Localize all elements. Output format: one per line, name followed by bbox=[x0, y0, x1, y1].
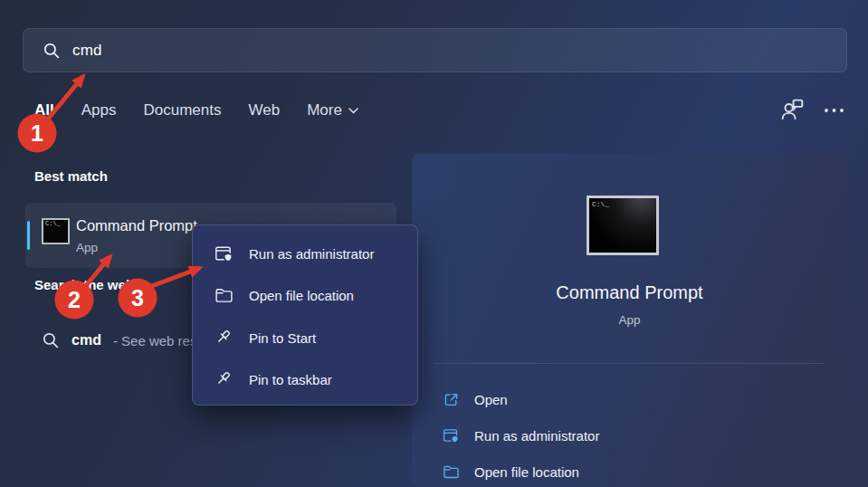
action-label: Run as administrator bbox=[474, 428, 599, 444]
detail-subtitle: App bbox=[412, 313, 847, 327]
run-as-admin-icon bbox=[443, 427, 460, 444]
pin-icon bbox=[215, 370, 234, 389]
menu-item-pin-to-taskbar[interactable]: Pin to taskbar bbox=[193, 359, 417, 402]
folder-icon bbox=[443, 463, 460, 481]
tab-web[interactable]: Web bbox=[248, 101, 280, 119]
action-label: Open bbox=[474, 392, 508, 407]
action-run-as-administrator[interactable]: Run as administrator bbox=[443, 417, 599, 454]
tab-more[interactable]: More bbox=[307, 101, 358, 119]
header-icons bbox=[778, 96, 846, 124]
command-prompt-icon: C:\_ bbox=[42, 218, 70, 244]
menu-item-run-as-administrator[interactable]: Run as administrator bbox=[193, 233, 417, 275]
selection-accent-bar bbox=[27, 221, 30, 250]
search-input[interactable]: cmd bbox=[23, 28, 847, 72]
chevron-down-icon bbox=[348, 108, 358, 114]
web-suggestion-cmd[interactable]: cmd - See web res bbox=[42, 331, 196, 349]
result-title: Command Prompt bbox=[76, 217, 197, 234]
action-open[interactable]: Open bbox=[443, 381, 599, 417]
tab-documents[interactable]: Documents bbox=[143, 101, 221, 119]
pin-icon bbox=[215, 329, 234, 348]
menu-item-label: Pin to Start bbox=[249, 330, 316, 346]
context-menu: Run as administrator Open file location … bbox=[192, 224, 418, 406]
command-prompt-icon-large: C:\_ bbox=[587, 196, 659, 255]
folder-icon bbox=[215, 286, 234, 305]
menu-item-pin-to-start[interactable]: Pin to Start bbox=[193, 317, 417, 359]
search-icon bbox=[43, 42, 61, 60]
menu-item-label: Run as administrator bbox=[249, 246, 374, 262]
best-match-heading: Best match bbox=[34, 168, 108, 184]
open-icon bbox=[443, 391, 460, 408]
action-label: Open file location bbox=[474, 464, 579, 480]
result-subtitle: App bbox=[76, 241, 98, 254]
search-web-heading: Search the web bbox=[34, 277, 134, 292]
result-detail-panel: C:\_ Command Prompt App Open Run as admi… bbox=[412, 154, 847, 487]
detail-actions: Open Run as administrator Open file loca… bbox=[443, 381, 599, 487]
menu-item-label: Open file location bbox=[249, 288, 354, 303]
menu-item-label: Pin to taskbar bbox=[249, 372, 332, 387]
run-as-admin-icon bbox=[215, 244, 234, 263]
action-open-file-location[interactable]: Open file location bbox=[443, 454, 599, 487]
suggestion-suffix: - See web res bbox=[113, 333, 197, 349]
panel-divider bbox=[434, 363, 825, 364]
search-query-text: cmd bbox=[72, 42, 102, 60]
ellipsis-icon[interactable] bbox=[823, 103, 846, 118]
search-icon bbox=[42, 331, 60, 349]
menu-item-open-file-location[interactable]: Open file location bbox=[193, 275, 417, 318]
tab-all[interactable]: All bbox=[34, 101, 54, 119]
search-filter-tabs: All Apps Documents Web More bbox=[34, 101, 358, 119]
svg-text:1: 1 bbox=[31, 120, 43, 146]
detail-title: Command Prompt bbox=[412, 282, 847, 303]
tab-apps[interactable]: Apps bbox=[81, 101, 117, 119]
account-feedback-icon[interactable] bbox=[778, 96, 806, 124]
suggestion-query: cmd bbox=[72, 332, 101, 349]
